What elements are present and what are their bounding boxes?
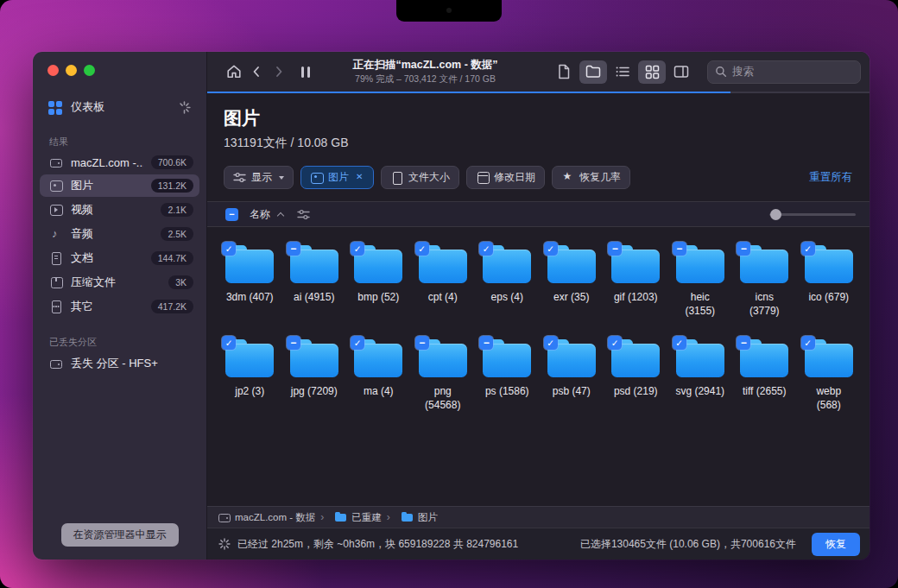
folder-checkbox[interactable] [737,242,750,256]
folder-checkbox[interactable] [737,336,750,350]
search-field[interactable] [707,60,861,84]
folder-tile[interactable]: cpt (4) [419,244,467,318]
remove-filter-icon[interactable] [356,174,364,182]
folder-tile[interactable]: psb (47) [547,338,596,412]
folder-checkbox[interactable] [287,336,300,350]
sidebar-item[interactable]: 音频 2.5K [40,223,199,245]
folder-icon[interactable] [290,244,338,284]
filter-chip[interactable]: 恢复几率 [552,166,630,189]
folder-tile[interactable]: jpg (7209) [290,338,338,412]
folder-icon[interactable] [419,244,467,284]
active-type-filter-chip[interactable]: 图片 [300,166,374,189]
folder-icon[interactable] [547,244,596,284]
folder-checkbox[interactable] [801,336,815,350]
name-column-header[interactable]: 名称 [250,207,270,222]
folder-icon[interactable] [676,244,724,284]
sidebar-item[interactable]: macZL.com -... 700.6K [40,152,199,173]
folder-checkbox[interactable] [673,242,686,256]
folder-checkbox[interactable] [351,336,364,350]
folder-tile[interactable]: jp2 (3) [225,338,274,412]
select-all-checkbox[interactable] [225,208,238,221]
folder-icon[interactable] [225,338,274,378]
folder-icon[interactable] [419,338,467,378]
home-button[interactable] [223,60,245,83]
grid-view-button[interactable] [638,60,666,84]
folder-checkbox[interactable] [479,336,493,350]
folder-tile[interactable]: ps (1586) [483,338,531,412]
forward-button[interactable] [268,60,290,83]
display-options-chip[interactable]: 显示 [224,166,294,189]
folder-icon[interactable] [611,244,660,284]
folder-icon[interactable] [740,338,788,378]
folder-tile[interactable]: eps (4) [483,244,531,318]
folder-icon[interactable] [740,244,788,284]
minimize-button[interactable] [66,65,77,76]
folder-icon[interactable] [354,338,402,378]
folder-tile[interactable]: webp (568) [804,338,854,412]
breadcrumb-item[interactable]: 已重建 [315,511,382,524]
folder-checkbox[interactable] [415,336,429,350]
breadcrumb-item[interactable]: macZL.com - 数据 [218,511,315,524]
folder-checkbox[interactable] [801,242,815,256]
filter-chip[interactable]: 修改日期 [466,166,545,189]
folder-tile[interactable]: ma (4) [354,338,402,412]
folder-checkbox[interactable] [608,336,622,350]
folder-checkbox[interactable] [544,242,558,256]
sidebar-item-dashboard[interactable]: 仪表板 [43,96,196,118]
back-button[interactable] [245,60,268,83]
view-options-icon[interactable] [297,209,310,220]
folder-checkbox[interactable] [673,336,686,350]
folder-tile[interactable]: png (54568) [418,338,468,412]
folder-icon[interactable] [483,338,531,378]
folder-tile[interactable]: icns (3779) [739,244,789,318]
folder-tile[interactable]: psd (219) [611,338,660,412]
folder-checkbox[interactable] [608,242,622,256]
file-view-button[interactable] [550,60,578,84]
folder-tile[interactable]: heic (3155) [675,244,725,318]
slider-knob[interactable] [770,209,781,220]
folder-icon[interactable] [805,244,853,284]
sidebar-item[interactable]: 文档 144.7K [40,247,199,269]
folder-tile[interactable]: gif (1203) [611,244,660,318]
folder-checkbox[interactable] [222,242,236,256]
sidebar-item[interactable]: 视频 2.1K [40,199,199,221]
folder-checkbox[interactable] [544,336,558,350]
search-input[interactable] [732,66,853,78]
zoom-button[interactable] [84,65,95,76]
sidebar-item[interactable]: 图片 131.2K [40,174,199,197]
preview-panel-button[interactable] [667,60,695,84]
filter-chip[interactable]: 文件大小 [381,166,459,189]
folder-icon[interactable] [290,338,338,378]
sidebar-item[interactable]: 其它 417.2K [40,295,199,318]
folder-view-button[interactable] [579,60,607,84]
reset-all-link[interactable]: 重置所有 [809,170,856,185]
close-button[interactable] [47,65,59,76]
folder-icon[interactable] [805,338,853,378]
folder-tile[interactable]: 3dm (407) [225,244,274,318]
folder-tile[interactable]: bmp (52) [354,244,402,318]
folder-icon[interactable] [354,244,402,284]
folder-tile[interactable]: ico (679) [805,244,853,318]
folder-tile[interactable]: ai (4915) [290,244,338,318]
recover-button[interactable]: 恢复 [812,533,860,556]
show-in-explorer-button[interactable]: 在资源管理器中显示 [61,523,179,547]
sidebar-item[interactable]: 压缩文件 3K [40,271,199,294]
breadcrumb-item[interactable]: 图片 [382,511,438,524]
thumbnail-size-slider[interactable] [769,208,856,220]
folder-tile[interactable]: svg (2941) [675,338,724,412]
folder-checkbox[interactable] [287,242,300,256]
folder-icon[interactable] [676,338,724,378]
folder-tile[interactable]: exr (35) [547,244,596,318]
pause-scan-button[interactable] [297,60,314,83]
folder-icon[interactable] [225,244,274,284]
list-view-button[interactable] [609,60,636,84]
folder-tile[interactable]: tiff (2655) [740,338,788,412]
folder-checkbox[interactable] [222,336,236,350]
folder-checkbox[interactable] [415,242,429,256]
folder-checkbox[interactable] [351,242,364,256]
folder-icon[interactable] [547,338,596,378]
folder-icon[interactable] [611,338,660,378]
sidebar-item-lost-partition[interactable]: 丢失 分区 - HFS+ [40,352,199,375]
folder-icon[interactable] [483,244,531,284]
folder-checkbox[interactable] [479,242,493,256]
